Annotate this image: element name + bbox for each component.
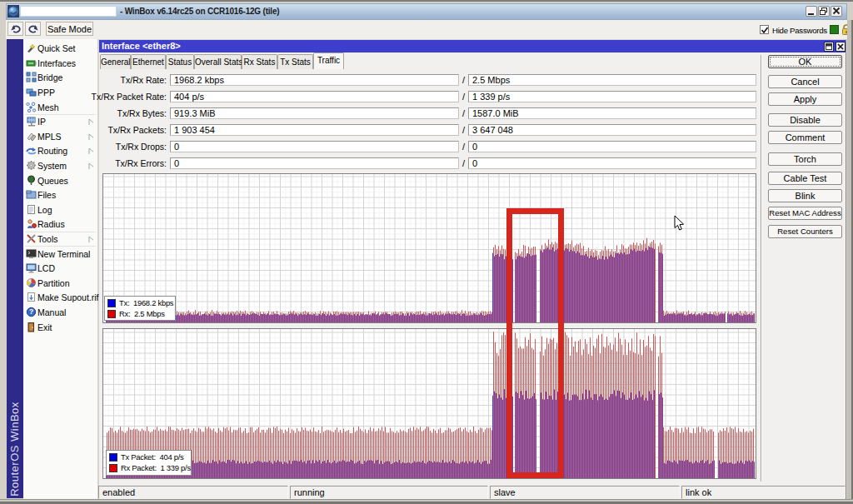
svg-text:?: ? xyxy=(29,307,33,316)
